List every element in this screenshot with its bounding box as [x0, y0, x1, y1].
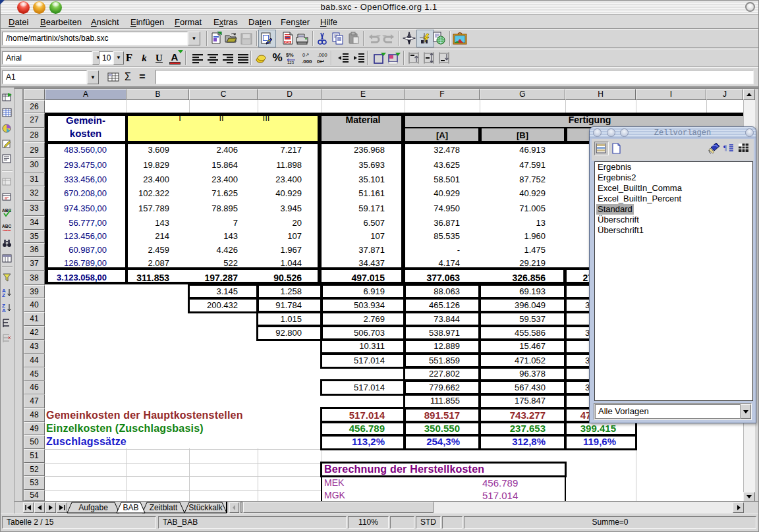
svg-text:$%: $% [286, 52, 294, 58]
svg-text:A: A [2, 307, 6, 313]
svg-text:.000: .000 [318, 52, 327, 58]
svg-text:0↗: 0↗ [302, 52, 309, 58]
svg-text:PDF: PDF [285, 41, 291, 44]
svg-text:0↩: 0↩ [317, 59, 324, 65]
svg-text:123: 123 [287, 61, 295, 65]
svg-text:Z: Z [2, 292, 5, 298]
svg-text:¶: ¶ [723, 144, 727, 151]
svg-text:ABC: ABC [2, 224, 11, 228]
svg-text:.000: .000 [302, 59, 312, 65]
